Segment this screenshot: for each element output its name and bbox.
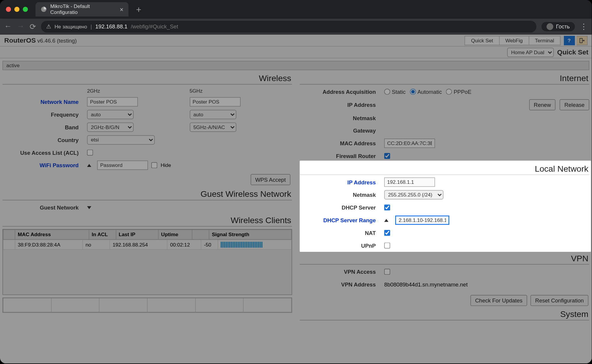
section-wireless-clients: Wireless Clients [3, 214, 292, 227]
hide-label: Hide [161, 162, 171, 168]
reload-button[interactable]: ⟳ [30, 22, 36, 31]
checkbox-dhcp[interactable] [384, 204, 390, 210]
radio-static[interactable]: Static [384, 88, 406, 95]
client-mac: 38:F9:D3:88:28:4A [15, 240, 83, 249]
quickset-title: Quick Set [557, 49, 588, 56]
radio-pppoe[interactable]: PPPoE [446, 88, 472, 95]
label-nat: NAT [300, 230, 384, 236]
mode-bar: Home AP Dual Quick Set [0, 46, 592, 58]
reset-config-button[interactable]: Reset Configuration [530, 295, 588, 306]
label-upnp: UPnP [300, 242, 384, 249]
profile-button[interactable]: Гость [542, 22, 575, 31]
label-address-acq: Address Acquisition [300, 88, 384, 95]
right-column: Internet Address Acquisition Static Auto… [300, 72, 589, 321]
caret-down-icon[interactable] [87, 206, 91, 209]
label-internet-mac: MAC Address [300, 140, 384, 146]
renew-button[interactable]: Renew [529, 99, 556, 110]
label-wifi-password[interactable]: WiFi Password [3, 162, 87, 168]
label-firewall: Firewall Router [300, 153, 384, 159]
help-button[interactable]: ? [564, 36, 575, 45]
svg-rect-1 [580, 38, 582, 43]
input-ssid-2g[interactable] [87, 97, 138, 106]
radio-automatic[interactable]: Automatic [410, 88, 442, 95]
input-dhcp-range[interactable] [395, 215, 449, 225]
select-band-5g[interactable]: 5GHz-A/N/AC [189, 123, 236, 132]
profile-label: Гость [556, 23, 570, 30]
input-local-ip[interactable] [384, 178, 435, 187]
clients-th-blank2[interactable] [192, 230, 209, 239]
client-signal-val: -50 [201, 240, 218, 249]
clients-row[interactable]: 38:F9:D3:88:28:4A no 192.168.88.254 00:0… [3, 240, 292, 249]
checkbox-hide-password[interactable] [151, 162, 157, 168]
release-button[interactable]: Release [560, 99, 589, 110]
check-updates-button[interactable]: Check For Updates [470, 295, 527, 306]
section-vpn: VPN [300, 252, 589, 265]
select-local-netmask[interactable]: 255.255.255.0 (/24) [384, 190, 443, 199]
nav-webfig[interactable]: WebFig [499, 36, 529, 45]
mode-select[interactable]: Home AP Dual [507, 48, 554, 57]
not-secure-icon: ⚠ [46, 23, 51, 30]
select-freq-2g[interactable]: auto [87, 110, 133, 119]
section-internet: Internet [300, 72, 589, 85]
caret-up-icon-2[interactable] [384, 219, 388, 222]
clients-th-blank[interactable] [3, 230, 15, 239]
security-label: Не защищено [54, 23, 87, 29]
page-content: RouterOS v6.46.6 (testing) Quick Set Web… [0, 35, 592, 363]
close-window-icon[interactable] [6, 7, 11, 12]
nav-quickset[interactable]: Quick Set [465, 36, 499, 45]
tab-favicon-icon [41, 6, 47, 13]
profile-icon [547, 23, 554, 30]
label-local-ip[interactable]: IP Address [300, 179, 384, 185]
input-wifi-password[interactable] [97, 161, 148, 170]
input-internet-mac[interactable] [384, 138, 435, 148]
clients-th-lastip[interactable]: Last IP [116, 230, 158, 239]
client-lastip: 192.168.88.254 [110, 240, 167, 249]
vpn-address-value: 8b08089b44d1.sn.mynetname.net [384, 281, 468, 287]
select-band-2g[interactable]: 2GHz-B/G/N [87, 123, 133, 132]
clients-th-mac[interactable]: MAC Address [15, 230, 89, 239]
checkbox-nat[interactable] [384, 230, 390, 236]
browser-tab[interactable]: MikroTik - Default Configuratio × [36, 2, 128, 17]
section-wireless: Wireless [3, 72, 292, 85]
checkbox-acl[interactable] [87, 150, 93, 156]
clients-th-uptime[interactable]: Uptime [158, 230, 192, 239]
clients-th-signal[interactable]: Signal Strength [209, 230, 291, 239]
label-acl: Use Access List (ACL) [3, 149, 87, 156]
url-path: /webfig/#Quick_Set [131, 23, 178, 30]
logout-button[interactable] [577, 36, 588, 45]
checkbox-vpn-access[interactable] [384, 269, 390, 275]
address-bar[interactable]: ⚠ Не защищено | 192.168.88.1/webfig/#Qui… [41, 20, 537, 32]
checkbox-firewall[interactable] [384, 153, 390, 159]
router-topbar: RouterOS v6.46.6 (testing) Quick Set Web… [0, 35, 592, 46]
url-host: 192.168.88.1 [95, 23, 127, 30]
label-guest-network: Guest Network [3, 204, 87, 210]
label-dhcp-range[interactable]: DHCP Server Range [300, 217, 384, 223]
label-internet-ip: IP Address [300, 102, 384, 108]
minimize-window-icon[interactable] [15, 7, 20, 12]
section-guest-wireless: Guest Wireless Network [3, 188, 292, 200]
forward-button[interactable]: → [17, 22, 25, 31]
clients-th-inacl[interactable]: In ACL [89, 230, 116, 239]
tab-title: MikroTik - Default Configuratio [50, 3, 114, 15]
wps-accept-button[interactable]: WPS Accept [250, 174, 290, 185]
local-network-panel: Local Network IP Address Netmask 255.255… [300, 161, 591, 252]
caret-up-icon[interactable] [87, 164, 91, 167]
back-button[interactable]: ← [4, 22, 12, 31]
empty-grid [3, 297, 292, 313]
select-freq-5g[interactable]: auto [189, 110, 236, 119]
input-ssid-5g[interactable] [189, 97, 240, 106]
close-tab-icon[interactable]: × [120, 6, 123, 13]
label-country: Country [3, 137, 87, 143]
client-inacl: no [83, 240, 110, 249]
clients-table: MAC Address In ACL Last IP Uptime Signal… [3, 229, 292, 295]
nav-terminal[interactable]: Terminal [529, 36, 560, 45]
maximize-window-icon[interactable] [23, 7, 28, 12]
left-column: Wireless 2GHz 5GHz Network Name Frequenc… [3, 72, 292, 321]
label-network-name[interactable]: Network Name [3, 99, 87, 105]
select-country[interactable]: etsi [87, 135, 155, 144]
col-header-2g: 2GHz [87, 88, 189, 94]
label-frequency: Frequency [3, 111, 87, 117]
browser-menu-button[interactable]: ⋮ [580, 22, 588, 31]
new-tab-button[interactable]: ＋ [134, 4, 143, 15]
checkbox-upnp[interactable] [384, 243, 390, 249]
